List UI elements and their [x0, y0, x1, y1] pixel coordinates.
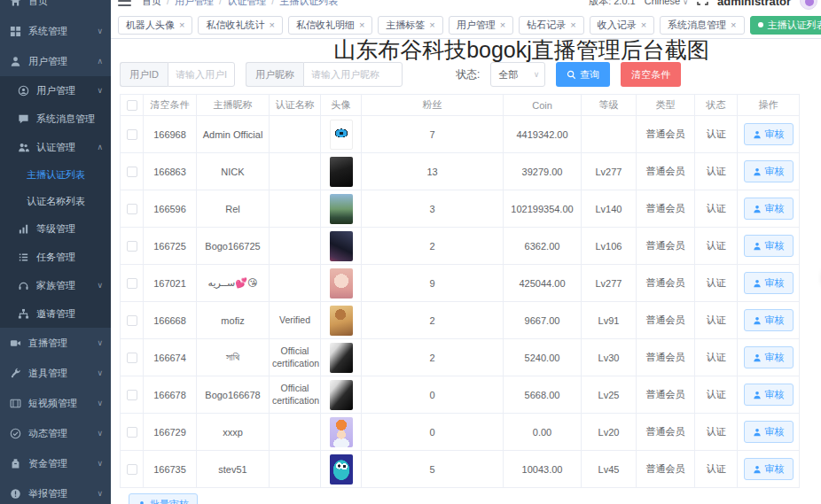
column-header-5: Coin: [504, 95, 582, 116]
sidebar-item-5[interactable]: 认证管理∧: [0, 133, 111, 161]
sidebar-item-9[interactable]: 任务管理: [0, 243, 111, 271]
row-checkbox[interactable]: [127, 427, 137, 438]
sidebar-item-0[interactable]: 首页: [0, 0, 111, 16]
user-id-input[interactable]: [168, 62, 235, 87]
row-checkbox[interactable]: [127, 390, 137, 400]
audit-button[interactable]: 审核: [744, 198, 794, 220]
audit-button[interactable]: 审核: [744, 272, 794, 294]
row-checkbox[interactable]: [127, 353, 137, 363]
sidebar-item-3[interactable]: 用户管理∨: [0, 76, 111, 105]
user-audit-icon: [753, 130, 762, 139]
tab-close-icon[interactable]: ×: [570, 19, 575, 30]
chevron-down-icon: ∨: [97, 459, 103, 468]
tab-close-icon[interactable]: ×: [179, 19, 184, 30]
row-checkbox[interactable]: [127, 167, 137, 177]
cell-nickname: সাথি: [197, 339, 270, 376]
sidebar-item-label: 动态管理: [28, 427, 67, 440]
breadcrumb-item[interactable]: 用户管理: [175, 0, 214, 8]
sidebar-item-7[interactable]: 认证名称列表: [0, 188, 111, 214]
table-header-row: 清空条件主播昵称认证名称头像粉丝Coin等级类型状态操作: [121, 95, 800, 116]
cell-fans: 3: [362, 190, 504, 228]
anchor-cert-table-wrap: 清空条件主播昵称认证名称头像粉丝Coin等级类型状态操作 166968Admin…: [120, 94, 799, 488]
version-label: 版本: 2.0.1: [589, 0, 636, 8]
row-checkbox[interactable]: [127, 315, 137, 326]
sidebar-item-4[interactable]: 系统消息管理: [0, 105, 111, 133]
fullscreen-icon[interactable]: [697, 0, 708, 7]
list-icon: [18, 252, 29, 263]
nickname-input[interactable]: [303, 62, 403, 87]
tab-1[interactable]: 私信收礼统计×: [198, 16, 282, 35]
language-select[interactable]: Chinese ∨: [645, 0, 688, 6]
sidebar-item-14[interactable]: 短视频管理∨: [0, 388, 111, 418]
cell-cert-name: [270, 228, 321, 265]
clear-filters-button[interactable]: 清空条件: [621, 62, 681, 87]
sidebar-item-11[interactable]: 邀请管理: [0, 299, 111, 328]
tab-6[interactable]: 收入记录×: [590, 16, 654, 35]
headset-icon: [18, 280, 29, 291]
tab-close-icon[interactable]: ×: [731, 19, 736, 30]
sidebar-item-2[interactable]: 用户管理∧: [0, 46, 111, 76]
tab-close-icon[interactable]: ×: [269, 19, 274, 30]
sidebar-item-1[interactable]: 系统管理∨: [0, 16, 111, 46]
select-all-checkbox[interactable]: [127, 100, 137, 111]
chevron-down-icon: ∨: [97, 86, 103, 95]
row-checkbox[interactable]: [127, 129, 137, 140]
cell-user-id: 166725: [144, 228, 197, 265]
audit-button[interactable]: 审核: [744, 235, 794, 257]
sidebar-item-label: 认证名称列表: [27, 195, 85, 208]
table-row: 166674সাথিOfficial certification25240.00…: [121, 339, 800, 376]
hamburger-menu-icon[interactable]: [118, 0, 131, 6]
user-avatar[interactable]: [800, 0, 817, 10]
status-select[interactable]: 全部∨: [490, 62, 545, 87]
sidebar-item-12[interactable]: 直播管理∨: [0, 328, 111, 358]
row-checkbox[interactable]: [127, 241, 137, 252]
row-checkbox[interactable]: [127, 204, 137, 214]
avatar: [330, 454, 353, 485]
tab-2[interactable]: 私信收礼明细×: [288, 16, 372, 35]
table-row: 166729xxxp00.00Lv20普通会员认证审核: [121, 414, 800, 451]
sidebar-item-13[interactable]: 道具管理∨: [0, 358, 111, 388]
audit-button[interactable]: 审核: [744, 384, 794, 406]
audit-button[interactable]: 审核: [744, 123, 794, 145]
sidebar-item-8[interactable]: 等级管理: [0, 214, 111, 243]
search-button[interactable]: 查询: [556, 62, 610, 87]
sidebar-item-10[interactable]: 家族管理∨: [0, 271, 111, 299]
tab-close-icon[interactable]: ×: [429, 19, 434, 30]
sidebar-item-15[interactable]: 动态管理∨: [0, 418, 111, 448]
sidebar-item-16[interactable]: 资金管理∨: [0, 448, 111, 478]
breadcrumb-item[interactable]: 主播认证列表: [279, 0, 338, 8]
batch-audit-button[interactable]: 批量审核: [129, 493, 198, 504]
audit-button[interactable]: 审核: [744, 309, 794, 331]
cell-user-id: 166668: [144, 302, 197, 339]
row-checkbox[interactable]: [127, 464, 137, 475]
row-checkbox[interactable]: [127, 278, 137, 289]
sidebar-item-label: 家族管理: [36, 279, 75, 292]
tab-5[interactable]: 钻石记录×: [519, 16, 583, 35]
audit-button[interactable]: 审核: [744, 458, 794, 480]
audit-button[interactable]: 审核: [744, 346, 794, 368]
sidebar-item-label: 用户管理: [28, 55, 67, 68]
breadcrumb-item[interactable]: 认证管理: [227, 0, 266, 8]
cell-level: Lv45: [582, 451, 637, 488]
tab-0[interactable]: 机器人头像×: [118, 16, 192, 35]
breadcrumb-item[interactable]: 首页: [142, 0, 161, 8]
audit-button[interactable]: 审核: [744, 421, 794, 443]
sidebar-item-6[interactable]: 主播认证列表: [0, 161, 111, 188]
cell-level: Lv277: [582, 265, 637, 302]
tab-8[interactable]: 主播认证列表×: [750, 16, 821, 35]
column-header-1: 主播昵称: [197, 95, 270, 116]
tab-7[interactable]: 系统消息管理×: [660, 16, 744, 35]
tab-close-icon[interactable]: ×: [500, 19, 505, 30]
tab-4[interactable]: 用户管理×: [449, 16, 513, 35]
tab-close-icon[interactable]: ×: [359, 19, 364, 30]
audit-button[interactable]: 审核: [744, 160, 794, 182]
cell-type: 普通会员: [637, 265, 695, 302]
cell-nickname: Rel: [197, 190, 270, 228]
cell-coin: 0.00: [504, 414, 582, 451]
header-right: 版本: 2.0.1 Chinese ∨ administrator ∨: [589, 0, 821, 10]
sidebar-item-17[interactable]: 举报管理∨: [0, 478, 111, 504]
tab-3[interactable]: 主播标签×: [378, 16, 442, 35]
cell-coin: 9667.00: [504, 302, 582, 339]
cell-fans: 2: [362, 228, 504, 265]
tab-close-icon[interactable]: ×: [641, 19, 646, 30]
